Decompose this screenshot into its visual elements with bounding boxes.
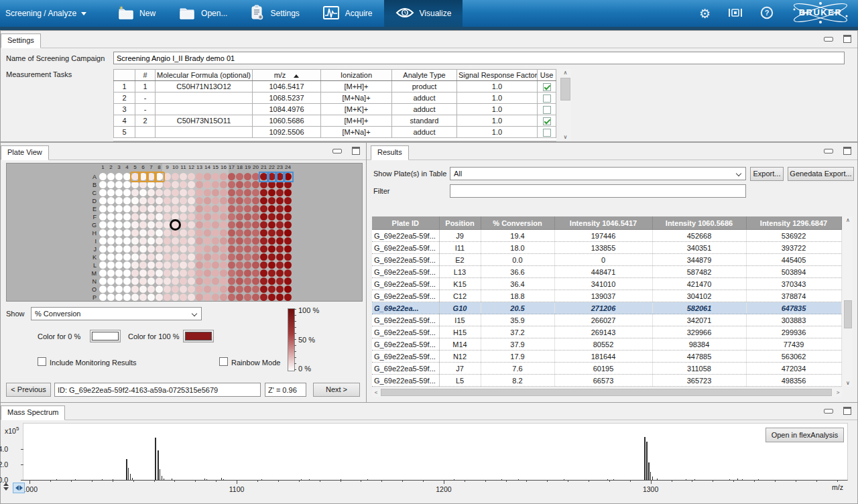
well-E4[interactable] — [123, 205, 131, 212]
well-H16[interactable] — [220, 229, 227, 237]
well-F16[interactable] — [220, 213, 227, 220]
well-L1[interactable] — [99, 261, 107, 269]
well-C16[interactable] — [220, 189, 227, 196]
well-J13[interactable] — [196, 245, 203, 253]
well-P19[interactable] — [244, 294, 251, 301]
well-F5[interactable] — [131, 213, 139, 220]
results-col-header[interactable]: Intensity 1296.6847 — [746, 216, 841, 230]
well-B2[interactable] — [107, 181, 115, 188]
well-A15[interactable] — [212, 173, 219, 180]
use-checkbox[interactable] — [543, 106, 551, 114]
well-D13[interactable] — [196, 197, 203, 204]
well-B7[interactable] — [147, 181, 155, 188]
well-J11[interactable] — [180, 245, 187, 253]
well-E15[interactable] — [212, 205, 219, 212]
well-O23[interactable] — [276, 286, 284, 293]
well-I10[interactable] — [172, 237, 179, 245]
well-P11[interactable] — [180, 294, 187, 301]
well-I21[interactable] — [260, 237, 267, 245]
well-F3[interactable] — [115, 213, 123, 220]
mode-menu[interactable]: Screening / Analyze — [5, 9, 86, 18]
well-D21[interactable] — [260, 197, 267, 204]
well-F14[interactable] — [204, 213, 211, 220]
well-E24[interactable] — [284, 205, 292, 212]
well-L15[interactable] — [212, 261, 219, 269]
well-K11[interactable] — [180, 253, 187, 261]
well-L13[interactable] — [196, 261, 203, 269]
well-I24[interactable] — [284, 237, 292, 245]
results-col-header[interactable]: Intensity 1046.5417 — [554, 216, 652, 230]
well-J4[interactable] — [123, 245, 131, 253]
well-L6[interactable] — [139, 261, 147, 269]
well-M16[interactable] — [220, 269, 227, 277]
well-H15[interactable] — [212, 229, 219, 237]
well-K2[interactable] — [107, 253, 115, 261]
well-L23[interactable] — [276, 261, 284, 269]
well-H1[interactable] — [99, 229, 107, 237]
well-L2[interactable] — [107, 261, 115, 269]
well-A18[interactable] — [236, 173, 243, 180]
well-L22[interactable] — [268, 261, 275, 269]
well-B15[interactable] — [212, 181, 219, 188]
well-K4[interactable] — [123, 253, 131, 261]
well-O17[interactable] — [228, 286, 235, 293]
well-K15[interactable] — [212, 253, 219, 261]
previous-button[interactable]: < Previous — [6, 383, 51, 397]
tasks-col-header[interactable]: Ionization — [321, 70, 392, 81]
tasks-col-header[interactable]: m/z — [253, 70, 321, 81]
well-L19[interactable] — [244, 261, 251, 269]
well-L7[interactable] — [147, 261, 155, 269]
well-J21[interactable] — [260, 245, 267, 253]
well-N21[interactable] — [260, 277, 267, 285]
scroll-up-icon[interactable]: ∧ — [560, 70, 571, 76]
well-H24[interactable] — [284, 229, 292, 237]
well-B10[interactable] — [172, 181, 179, 188]
well-K9[interactable] — [164, 253, 171, 261]
minimize-icon[interactable] — [332, 149, 342, 153]
well-I6[interactable] — [139, 237, 147, 245]
well-B20[interactable] — [252, 181, 259, 188]
well-N7[interactable] — [147, 277, 155, 285]
well-K14[interactable] — [204, 253, 211, 261]
well-C8[interactable] — [156, 189, 163, 196]
tasks-col-header[interactable]: Use — [538, 70, 556, 81]
plate-id-field[interactable]: ID: G_69e22ea5-59f2-4163-a59a-0725315e56… — [54, 383, 261, 397]
results-row[interactable]: G_69e22ea5-59f...M1437.9805529838477439 — [372, 338, 841, 351]
well-G15[interactable] — [212, 221, 219, 229]
well-J20[interactable] — [252, 245, 259, 253]
task-row[interactable]: 51092.5506[M+Na]+adduct1.0 — [114, 127, 556, 138]
well-O13[interactable] — [196, 286, 203, 293]
well-N9[interactable] — [164, 277, 171, 285]
spectrum-plot[interactable]: 10001100120013000.02.04.0 — [23, 423, 848, 481]
well-K22[interactable] — [268, 253, 275, 261]
well-M12[interactable] — [188, 269, 195, 277]
tasks-col-header[interactable] — [114, 70, 135, 81]
well-C3[interactable] — [115, 189, 123, 196]
well-C18[interactable] — [236, 189, 243, 196]
well-G6[interactable] — [139, 221, 147, 229]
well-P21[interactable] — [260, 294, 267, 301]
well-L16[interactable] — [220, 261, 227, 269]
well-F4[interactable] — [123, 213, 131, 220]
well-F21[interactable] — [260, 213, 267, 220]
minimize-icon[interactable] — [824, 409, 833, 414]
well-D20[interactable] — [252, 197, 259, 204]
well-M17[interactable] — [228, 269, 235, 277]
results-row[interactable]: G_69e22ea5-59f...L58.266573365723498356 — [372, 375, 841, 387]
well-I20[interactable] — [252, 237, 259, 245]
well-D5[interactable] — [131, 197, 139, 204]
use-checkbox[interactable] — [543, 94, 551, 103]
well-D24[interactable] — [284, 197, 292, 204]
well-D11[interactable] — [180, 197, 187, 204]
well-C24[interactable] — [284, 189, 292, 196]
well-K18[interactable] — [236, 253, 243, 261]
results-row[interactable]: G_69e22ea5-59f...J919.419744645266853692… — [372, 230, 841, 242]
well-D3[interactable] — [115, 197, 123, 204]
well-F17[interactable] — [228, 213, 235, 220]
well-I4[interactable] — [123, 237, 131, 245]
well-O6[interactable] — [139, 286, 147, 293]
open-button[interactable]: Open... — [167, 0, 239, 27]
well-E10[interactable] — [172, 205, 179, 212]
well-P9[interactable] — [164, 294, 171, 301]
well-A19[interactable] — [244, 173, 251, 180]
